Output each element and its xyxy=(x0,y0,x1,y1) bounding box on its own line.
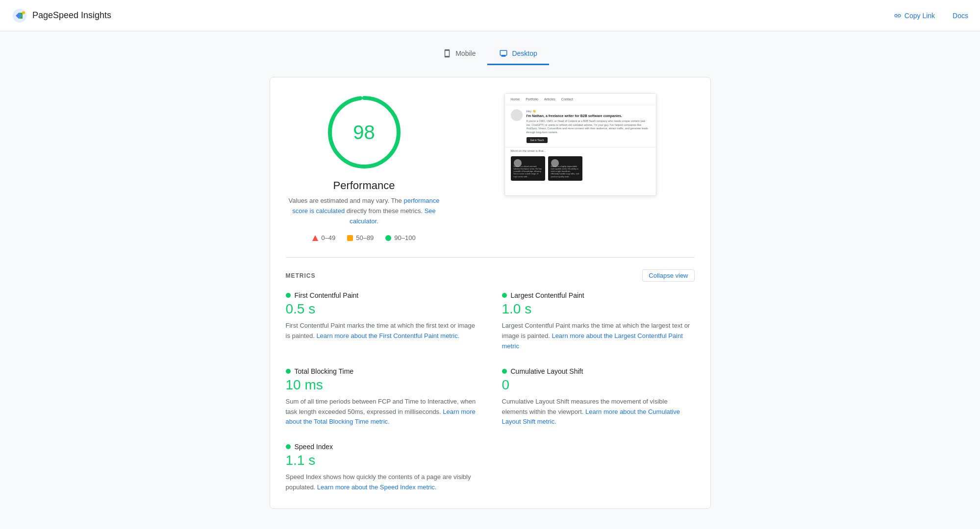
mock-hero-content: Hey 👋 I'm Nathan, a freelance writer for… xyxy=(527,109,650,143)
mock-avatar xyxy=(511,109,523,121)
screenshot-frame: Home Portfolio Articles Contact Hey 👋 I'… xyxy=(504,93,656,196)
metric-si-link[interactable]: Learn more about the Speed Index metric. xyxy=(317,483,437,491)
fail-range: 0–49 xyxy=(321,234,335,241)
metric-cls: Cumulative Layout Shift 0 Cumulative Lay… xyxy=(502,367,695,427)
metric-fcp-dot xyxy=(286,293,291,298)
pass-range: 90–100 xyxy=(394,234,415,241)
metric-si-header: Speed Index xyxy=(286,443,478,451)
score-number: 98 xyxy=(353,121,375,144)
fail-icon xyxy=(312,235,318,241)
metrics-header: METRICS Collapse view xyxy=(286,269,695,282)
docs-link[interactable]: Docs xyxy=(953,12,968,20)
legend-average: 50–89 xyxy=(347,234,374,241)
metric-lcp-dot xyxy=(502,293,507,298)
desktop-tab-label: Desktop xyxy=(512,49,537,57)
legend-fail: 0–49 xyxy=(312,234,335,241)
metric-si-dot xyxy=(286,444,291,449)
svg-point-1 xyxy=(22,11,25,14)
metric-cls-name: Cumulative Layout Shift xyxy=(511,367,583,375)
metric-fcp-name: First Contentful Paint xyxy=(295,291,359,299)
mock-cards: Nathan is a detail-oriented, talented fr… xyxy=(505,154,656,183)
metric-si-name: Speed Index xyxy=(295,443,333,451)
metric-fcp-desc: First Contentful Paint marks the time at… xyxy=(286,321,478,341)
metric-tbt-desc: Sum of all time periods between FCP and … xyxy=(286,397,478,427)
header-actions: Copy Link Docs xyxy=(888,8,968,24)
score-desc-text: Values are estimated and may vary. The xyxy=(289,197,402,204)
score-description: Values are estimated and may vary. The p… xyxy=(286,196,443,226)
metric-lcp-header: Largest Contentful Paint xyxy=(502,291,695,299)
collapse-view-button[interactable]: Collapse view xyxy=(642,269,694,282)
metric-fcp-link[interactable]: Learn more about the First Contentful Pa… xyxy=(316,332,459,339)
mock-card-text-1: Nathan is a detail-oriented, talented fr… xyxy=(514,165,542,178)
score-section: 98 Performance Values are estimated and … xyxy=(286,93,695,241)
mock-hero: Hey 👋 I'm Nathan, a freelance writer for… xyxy=(505,105,656,147)
metrics-label: METRICS xyxy=(286,272,316,279)
screenshot-mock: Home Portfolio Articles Contact Hey 👋 I'… xyxy=(505,94,656,195)
mock-card-text-2: Nathan is a highly dependable and capabl… xyxy=(551,165,579,178)
score-legend: 0–49 50–89 90–100 xyxy=(312,234,415,241)
metric-fcp: First Contentful Paint 0.5 s First Conte… xyxy=(286,291,478,351)
metric-si-value: 1.1 s xyxy=(286,453,478,468)
score-desc-mid: directly from these metrics. xyxy=(347,207,425,215)
mock-desc: If you're a CMO, CMO, or Head of Content… xyxy=(527,120,650,135)
legend-pass: 90–100 xyxy=(385,234,415,241)
metric-lcp-name: Largest Contentful Paint xyxy=(511,291,584,299)
metric-si-desc: Speed Index shows how quickly the conten… xyxy=(286,472,478,493)
pagespeed-logo-icon xyxy=(12,8,27,24)
mock-card-1: Nathan is a detail-oriented, talented fr… xyxy=(511,156,545,181)
link-icon xyxy=(894,12,902,20)
average-icon xyxy=(347,235,353,241)
metric-fcp-header: First Contentful Paint xyxy=(286,291,478,299)
mock-card-2: Nathan is a highly dependable and capabl… xyxy=(548,156,582,181)
section-divider xyxy=(286,257,695,258)
metric-tbt-dot xyxy=(286,369,291,374)
metric-tbt: Total Blocking Time 10 ms Sum of all tim… xyxy=(286,367,478,427)
metric-cls-desc: Cumulative Layout Shift measures the mov… xyxy=(502,397,695,427)
copy-link-label: Copy Link xyxy=(905,12,935,20)
tab-desktop[interactable]: Desktop xyxy=(487,43,549,65)
score-circle: 98 xyxy=(325,93,403,171)
mock-section-title: Word on the street is that... xyxy=(505,147,656,154)
metric-tbt-name: Total Blocking Time xyxy=(295,367,354,375)
metric-lcp: Largest Contentful Paint 1.0 s Largest C… xyxy=(502,291,695,351)
metric-cls-dot xyxy=(502,369,507,374)
copy-link-button[interactable]: Copy Link xyxy=(888,8,941,24)
desktop-icon xyxy=(499,49,508,58)
metric-cls-header: Cumulative Layout Shift xyxy=(502,367,695,375)
metric-tbt-header: Total Blocking Time xyxy=(286,367,478,375)
score-left: 98 Performance Values are estimated and … xyxy=(286,93,443,241)
average-range: 50–89 xyxy=(356,234,374,241)
mock-greeting: Hey 👋 xyxy=(527,109,650,113)
logo-area: PageSpeed Insights xyxy=(12,8,111,24)
mock-title: I'm Nathan, a freelance writer for B2B s… xyxy=(527,114,650,118)
metric-cls-value: 0 xyxy=(502,377,695,393)
mock-nav: Home Portfolio Articles Contact xyxy=(505,94,656,105)
score-label: Performance xyxy=(333,179,395,192)
metric-fcp-value: 0.5 s xyxy=(286,301,478,317)
pass-icon xyxy=(385,235,391,241)
metric-si: Speed Index 1.1 s Speed Index shows how … xyxy=(286,443,478,493)
metric-lcp-desc: Largest Contentful Paint marks the time … xyxy=(502,321,695,351)
screenshot-container: Home Portfolio Articles Contact Hey 👋 I'… xyxy=(466,93,695,196)
metric-lcp-value: 1.0 s xyxy=(502,301,695,317)
mobile-tab-label: Mobile xyxy=(455,49,476,57)
metric-tbt-value: 10 ms xyxy=(286,377,478,393)
app-title: PageSpeed Insights xyxy=(32,10,111,21)
tab-bar: Mobile Desktop xyxy=(0,43,980,65)
main-content: Mobile Desktop 98 Performance xyxy=(0,31,980,529)
mock-cta: Get in Touch xyxy=(527,137,548,143)
mobile-icon xyxy=(443,49,452,58)
metrics-grid: First Contentful Paint 0.5 s First Conte… xyxy=(286,291,695,492)
content-card: 98 Performance Values are estimated and … xyxy=(270,77,711,509)
header: PageSpeed Insights Copy Link Docs xyxy=(0,0,980,31)
tab-mobile[interactable]: Mobile xyxy=(431,43,487,65)
